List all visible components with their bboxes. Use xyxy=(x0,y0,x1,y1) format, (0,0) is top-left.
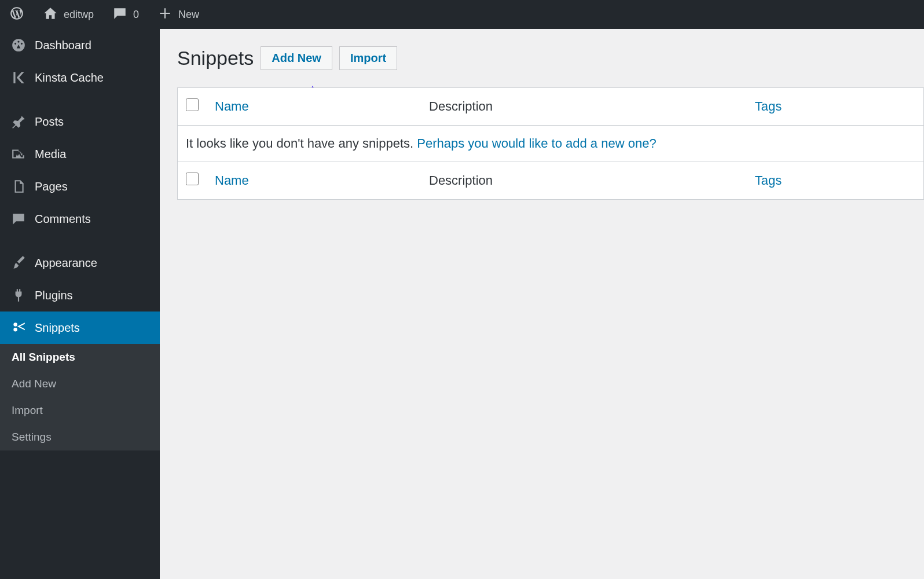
import-button[interactable]: Import xyxy=(339,46,397,70)
sidebar-item-snippets[interactable]: Snippets xyxy=(0,312,160,344)
dashboard-icon xyxy=(10,37,27,53)
sidebar-item-label: Comments xyxy=(35,212,91,226)
sidebar-item-label: Plugins xyxy=(35,289,73,302)
pages-icon xyxy=(10,178,27,195)
name-column-header[interactable]: Name xyxy=(207,88,421,126)
description-column-footer: Description xyxy=(421,162,747,200)
add-new-link[interactable]: Perhaps you would like to add a new one? xyxy=(417,136,656,151)
main-content: Snippets Add New Import Name Description… xyxy=(160,29,924,579)
sidebar-item-dashboard[interactable]: Dashboard xyxy=(0,29,160,61)
home-icon xyxy=(43,6,58,24)
sidebar-item-label: Media xyxy=(35,148,66,161)
sidebar-item-kinsta-cache[interactable]: Kinsta Cache xyxy=(0,61,160,94)
tags-column-header[interactable]: Tags xyxy=(747,88,924,126)
brush-icon xyxy=(10,255,27,271)
admin-topbar: editwp 0 New xyxy=(0,0,924,29)
comments-count: 0 xyxy=(133,9,139,21)
pin-icon xyxy=(10,113,27,130)
sidebar-subitem-all-snippets[interactable]: All Snippets xyxy=(0,344,160,371)
admin-sidebar: Dashboard Kinsta Cache Posts Media Pages… xyxy=(0,29,160,579)
plug-icon xyxy=(10,287,27,303)
wordpress-icon xyxy=(9,6,24,24)
page-title: Snippets xyxy=(177,47,254,69)
media-icon xyxy=(10,146,27,162)
select-all-checkbox-footer[interactable] xyxy=(186,173,199,185)
name-column-footer[interactable]: Name xyxy=(207,162,421,200)
new-content-link[interactable]: New xyxy=(148,6,208,24)
add-new-button[interactable]: Add New xyxy=(261,46,332,70)
sidebar-item-label: Kinsta Cache xyxy=(35,71,104,85)
sidebar-subitem-add-new[interactable]: Add New xyxy=(0,371,160,397)
comment-icon xyxy=(112,6,127,24)
sidebar-subitem-import[interactable]: Import xyxy=(0,397,160,424)
comment-icon xyxy=(10,211,27,227)
snippets-table: Name Description Tags It looks like you … xyxy=(177,87,924,200)
sidebar-item-posts[interactable]: Posts xyxy=(0,105,160,138)
sidebar-subitem-settings[interactable]: Settings xyxy=(0,424,160,450)
description-column-header: Description xyxy=(421,88,747,126)
sidebar-item-label: Snippets xyxy=(35,321,80,335)
select-all-footer xyxy=(178,162,207,200)
site-name: editwp xyxy=(64,9,94,21)
plus-icon xyxy=(157,6,173,24)
sidebar-item-comments[interactable]: Comments xyxy=(0,203,160,235)
site-name-link[interactable]: editwp xyxy=(34,6,103,24)
empty-state-row: It looks like you don't have any snippet… xyxy=(178,126,924,162)
comments-count-link[interactable]: 0 xyxy=(103,6,148,24)
select-all-header xyxy=(178,88,207,126)
sidebar-item-label: Posts xyxy=(35,115,64,129)
sidebar-item-label: Dashboard xyxy=(35,39,91,52)
sidebar-item-label: Appearance xyxy=(35,256,97,270)
sidebar-item-pages[interactable]: Pages xyxy=(0,170,160,203)
empty-state-text: It looks like you don't have any snippet… xyxy=(186,136,417,151)
new-label: New xyxy=(178,9,199,21)
sidebar-item-appearance[interactable]: Appearance xyxy=(0,247,160,279)
sidebar-item-label: Pages xyxy=(35,180,68,193)
tags-column-footer[interactable]: Tags xyxy=(747,162,924,200)
select-all-checkbox[interactable] xyxy=(186,98,199,111)
sidebar-item-plugins[interactable]: Plugins xyxy=(0,279,160,312)
kinsta-icon xyxy=(10,69,27,86)
wp-logo[interactable] xyxy=(0,6,34,24)
sidebar-item-media[interactable]: Media xyxy=(0,138,160,170)
scissors-icon xyxy=(10,320,27,336)
